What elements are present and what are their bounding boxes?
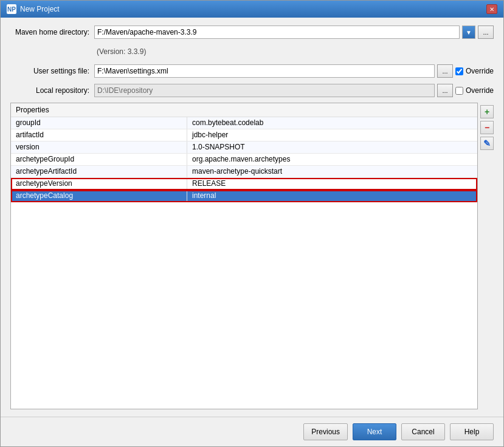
prop-value: RELEASE (187, 178, 477, 189)
prop-key: archetypeCatalog (11, 190, 187, 202)
local-repo-label: Local repository: (10, 86, 89, 95)
table-row[interactable]: artifactIdjdbc-helper (11, 129, 477, 142)
edit-property-button[interactable]: ✎ (480, 137, 494, 150)
previous-button[interactable]: Previous (303, 423, 348, 440)
maven-browse-button[interactable]: ... (478, 26, 494, 39)
user-settings-input[interactable] (94, 64, 435, 78)
remove-property-button[interactable]: − (480, 121, 494, 134)
user-settings-browse-button[interactable]: ... (437, 64, 453, 78)
help-button[interactable]: Help (450, 423, 494, 440)
properties-label: Properties (11, 103, 477, 117)
prop-value: internal (187, 190, 477, 202)
table-row[interactable]: archetypeCataloginternal (11, 190, 477, 202)
local-repo-browse-button[interactable]: ... (437, 84, 453, 97)
user-settings-row: User settings file: ... Override (10, 64, 494, 78)
prop-value: jdbc-helper (187, 129, 477, 141)
close-button[interactable]: ✕ (486, 4, 497, 14)
table-row[interactable]: version1.0-SNAPSHOT (11, 142, 477, 154)
maven-home-input[interactable] (94, 26, 460, 39)
local-repo-override-label: Override (466, 86, 494, 95)
version-text: (Version: 3.3.9) (94, 47, 146, 56)
table-row[interactable]: archetypeVersionRELEASE (11, 178, 477, 190)
title-bar: NP New Project ✕ (1, 1, 503, 18)
add-property-button[interactable]: + (480, 105, 494, 118)
prop-value: org.apache.maven.archetypes (187, 154, 477, 165)
maven-dropdown-button[interactable]: ▼ (462, 26, 475, 39)
dialog-icon: NP (7, 4, 16, 14)
prop-key: archetypeArtifactId (11, 166, 187, 177)
table-row[interactable]: archetypeArtifactIdmaven-archetype-quick… (11, 166, 477, 178)
prop-key: archetypeGroupId (11, 154, 187, 165)
dialog-content: Maven home directory: ▼ ... (Version: 3.… (1, 18, 503, 417)
local-repo-override-checkbox[interactable] (455, 87, 463, 95)
user-settings-override-checkbox[interactable] (455, 67, 463, 75)
dialog-container: NP New Project ✕ Maven home directory: ▼… (0, 0, 504, 447)
dialog-footer: Previous Next Cancel Help (1, 417, 503, 446)
side-buttons: + − ✎ (480, 103, 494, 409)
properties-group: Properties groupIdcom.bytebeat.codelabar… (10, 103, 478, 409)
user-settings-label: User settings file: (10, 67, 89, 75)
next-button[interactable]: Next (353, 423, 396, 440)
dialog-title: New Project (20, 5, 60, 13)
prop-key: version (11, 142, 187, 153)
prop-value: 1.0-SNAPSHOT (187, 142, 477, 153)
prop-key: archetypeVersion (11, 178, 187, 189)
table-row[interactable]: archetypeGroupIdorg.apache.maven.archety… (11, 154, 477, 166)
prop-key: artifactId (11, 129, 187, 141)
properties-section: Properties groupIdcom.bytebeat.codelabar… (10, 103, 494, 409)
maven-home-row: Maven home directory: ▼ ... (10, 25, 494, 39)
table-row[interactable]: groupIdcom.bytebeat.codelab (11, 117, 477, 129)
user-settings-override-label: Override (466, 67, 494, 75)
properties-table: groupIdcom.bytebeat.codelabartifactIdjdb… (11, 117, 477, 409)
local-repo-row: Local repository: ... Override (10, 83, 494, 98)
cancel-button[interactable]: Cancel (401, 423, 445, 440)
version-row: (Version: 3.3.9) (10, 44, 494, 59)
prop-value: com.bytebeat.codelab (187, 117, 477, 129)
maven-home-label: Maven home directory: (10, 28, 89, 36)
prop-key: groupId (11, 117, 187, 129)
prop-value: maven-archetype-quickstart (187, 166, 477, 177)
local-repo-input[interactable] (94, 84, 435, 97)
